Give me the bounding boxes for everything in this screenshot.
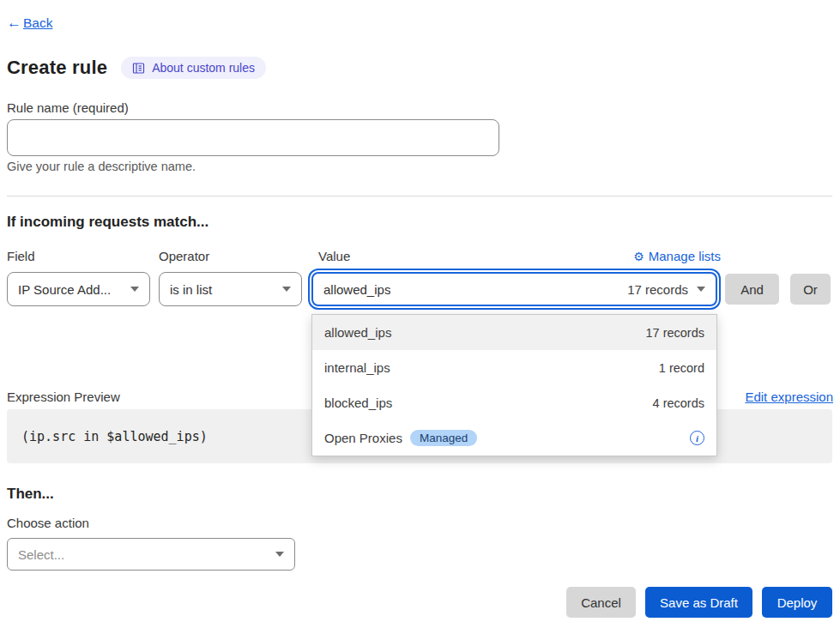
deploy-button[interactable]: Deploy xyxy=(762,587,832,618)
book-icon xyxy=(132,62,145,75)
gear-icon: ⚙ xyxy=(633,250,644,263)
then-heading: Then... xyxy=(7,486,54,503)
list-name: internal_ips xyxy=(324,360,390,375)
chevron-down-icon xyxy=(130,287,139,292)
list-item-open-proxies[interactable]: Open Proxies Managed i xyxy=(312,420,716,456)
back-link[interactable]: ←Back xyxy=(7,15,52,32)
field-select-value: IP Source Add... xyxy=(18,282,122,297)
expression-preview-label: Expression Preview xyxy=(7,389,120,404)
value-dropdown-menu: allowed_ips 17 records internal_ips 1 re… xyxy=(311,314,717,456)
edit-expression-link[interactable]: Edit expression xyxy=(745,389,833,404)
back-label: Back xyxy=(23,15,52,31)
rule-name-label: Rule name (required) xyxy=(7,100,129,115)
list-record-count: 1 record xyxy=(659,361,704,375)
list-name: Open Proxies xyxy=(324,431,402,445)
info-icon[interactable]: i xyxy=(690,431,704,445)
page-title: Create rule xyxy=(7,57,107,79)
list-item-allowed-ips[interactable]: allowed_ips 17 records xyxy=(312,315,716,350)
list-record-count: 17 records xyxy=(645,326,704,340)
about-badge-label: About custom rules xyxy=(152,61,255,75)
managed-badge: Managed xyxy=(410,430,477,446)
value-label: Value xyxy=(318,249,350,263)
action-select-placeholder: Select... xyxy=(18,547,267,562)
value-select-value: allowed_ips xyxy=(323,282,390,297)
back-arrow-icon: ← xyxy=(7,15,21,32)
choose-action-label: Choose action xyxy=(7,516,89,530)
value-select[interactable]: allowed_ips 17 records xyxy=(311,272,717,306)
save-as-draft-button[interactable]: Save as Draft xyxy=(645,587,752,618)
manage-lists-label: Manage lists xyxy=(649,249,721,263)
section-divider xyxy=(7,196,832,196)
manage-lists-link[interactable]: ⚙ Manage lists xyxy=(633,249,721,263)
list-name: allowed_ips xyxy=(324,325,391,340)
or-button[interactable]: Or xyxy=(790,274,831,305)
action-select[interactable]: Select... xyxy=(7,538,295,571)
operator-label: Operator xyxy=(159,249,209,263)
about-custom-rules-link[interactable]: About custom rules xyxy=(121,57,266,79)
rule-name-input[interactable] xyxy=(7,119,499,156)
expression-code: (ip.src in $allowed_ips) xyxy=(21,429,208,444)
title-row: Create rule About custom rules xyxy=(7,57,266,79)
match-heading: If incoming requests match... xyxy=(7,214,208,231)
list-name: blocked_ips xyxy=(324,395,392,410)
field-select[interactable]: IP Source Add... xyxy=(7,272,150,306)
chevron-down-icon xyxy=(282,287,291,292)
operator-select[interactable]: is in list xyxy=(159,272,302,306)
list-record-count: 4 records xyxy=(653,396,704,410)
operator-select-value: is in list xyxy=(170,282,274,297)
chevron-down-icon xyxy=(275,552,284,557)
create-rule-page: ←Back Create rule About custom rules Rul… xyxy=(0,0,840,634)
list-item-internal-ips[interactable]: internal_ips 1 record xyxy=(312,350,716,385)
field-label: Field xyxy=(7,249,35,263)
and-button[interactable]: And xyxy=(725,274,779,305)
list-item-blocked-ips[interactable]: blocked_ips 4 records xyxy=(312,385,716,420)
rule-name-helper: Give your rule a descriptive name. xyxy=(7,160,196,173)
chevron-down-icon xyxy=(697,287,705,292)
cancel-button[interactable]: Cancel xyxy=(566,587,636,618)
value-select-records: 17 records xyxy=(627,282,688,297)
